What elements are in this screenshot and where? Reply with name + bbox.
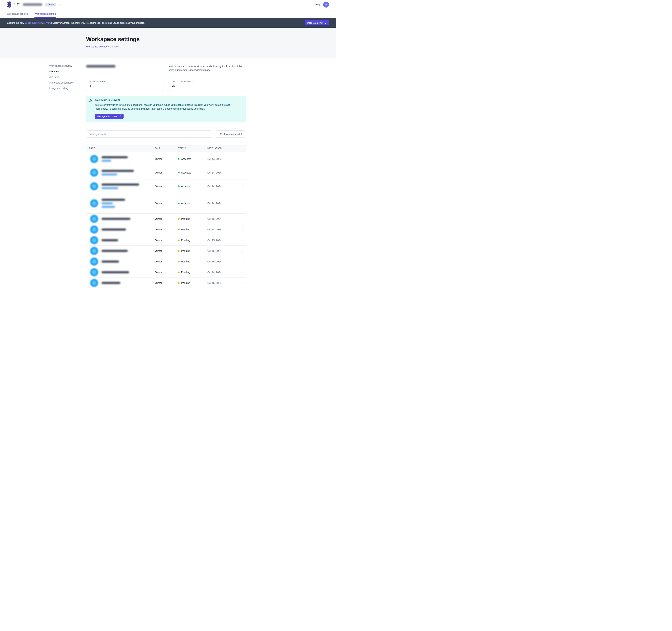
banner-link[interactable]: Usage & Billing Overview — [25, 22, 51, 24]
member-name-cell — [86, 155, 155, 163]
plan-badge[interactable]: Growth — [45, 3, 56, 6]
redacted-name-lines — [101, 218, 130, 220]
member-name-cell — [86, 247, 155, 255]
member-role: Owner — [155, 185, 178, 188]
redacted-name-lines — [101, 184, 139, 189]
member-date-added: Oct 15, 2024 — [207, 282, 241, 284]
avatar — [90, 247, 98, 255]
kebab-menu-icon[interactable]: ⋮ — [241, 216, 245, 221]
kebab-menu-icon[interactable]: ⋮ — [241, 156, 245, 162]
column-header-name: NAME — [86, 147, 155, 150]
status-label: Accepted — [181, 171, 191, 174]
member-status: Accepted — [178, 202, 207, 205]
redacted-member-link[interactable] — [101, 187, 118, 189]
redacted-email — [101, 218, 130, 220]
table-row: OwnerAcceptedOct 14, 2024⋮ — [86, 152, 246, 166]
avatar — [90, 258, 98, 265]
redacted-member-link[interactable] — [101, 173, 117, 176]
kebab-menu-icon[interactable]: ⋮ — [241, 280, 245, 285]
redacted-member-link[interactable] — [101, 206, 115, 208]
breadcrumb-link[interactable]: Workspace settings — [86, 45, 107, 48]
redacted-name-lines — [101, 271, 129, 273]
kebab-menu-icon[interactable]: ⋮ — [241, 270, 245, 275]
folder-icon — [17, 3, 20, 6]
usage-billing-button[interactable]: Usage & Billing — [305, 20, 329, 25]
avatar — [90, 199, 98, 207]
filter-input[interactable] — [86, 131, 212, 138]
banner-text: Explore the new Usage & Billing Overview… — [7, 22, 145, 24]
kebab-menu-icon[interactable]: ⋮ — [241, 184, 245, 189]
alert-body: You're currently using 12 out of 20 addi… — [95, 103, 237, 111]
member-name-cell — [86, 199, 155, 208]
status-dot-icon — [178, 261, 179, 262]
row-actions-cell: ⋮ — [241, 248, 246, 254]
usage-billing-banner: Explore the new Usage & Billing Overview… — [0, 18, 336, 28]
row-actions-cell: ⋮ — [241, 170, 246, 175]
table-row: OwnerAcceptedOct 14, 2024⋮ — [86, 166, 246, 180]
sidebar-item-api-keys[interactable]: API keys — [49, 75, 81, 79]
avatar — [90, 182, 98, 190]
redacted-member-link[interactable] — [101, 203, 113, 204]
member-date-added: Oct 14, 2024 — [207, 202, 241, 205]
member-status: Pending — [178, 228, 207, 231]
stat-card: Project members3 — [86, 77, 163, 91]
workspace-name-redacted[interactable] — [23, 3, 42, 6]
members-toolbar: Invite member(s) — [86, 131, 246, 138]
member-date-added: Oct 14, 2024 — [207, 171, 241, 174]
status-dot-icon — [178, 229, 179, 230]
member-name-cell — [86, 215, 155, 223]
member-role: Owner — [155, 158, 178, 160]
redacted-email — [101, 250, 128, 252]
table-row: OwnerAcceptedOct 14, 2024 — [86, 193, 246, 214]
status-dot-icon — [178, 203, 179, 204]
member-status: Pending — [178, 239, 207, 242]
member-date-added: Oct 14, 2024 — [207, 185, 241, 188]
kebab-menu-icon[interactable]: ⋮ — [241, 170, 245, 175]
redacted-name-lines — [101, 229, 126, 231]
status-dot-icon — [178, 172, 179, 173]
kebab-menu-icon[interactable]: ⋮ — [241, 248, 245, 254]
tab-workspace-projects[interactable]: Workspace projects — [7, 13, 28, 18]
avatar — [90, 226, 98, 234]
status-dot-icon — [178, 282, 179, 284]
member-status: Pending — [178, 217, 207, 220]
redacted-name-lines — [101, 282, 120, 284]
members-section-description: Invite members to your workspace and eff… — [169, 64, 246, 72]
kebab-menu-icon[interactable]: ⋮ — [241, 227, 245, 232]
sidebar-item-plans-and-subscription[interactable]: Plans and subscription — [49, 81, 81, 85]
kebab-menu-icon[interactable]: ⋮ — [241, 259, 245, 264]
redacted-email — [101, 184, 139, 186]
redacted-email — [101, 199, 125, 201]
member-role: Owner — [155, 239, 178, 242]
row-actions-cell: ⋮ — [241, 216, 246, 221]
tab-workspace-settings[interactable]: Workspace settings — [34, 13, 56, 18]
redacted-member-link[interactable] — [101, 160, 111, 162]
table-row: OwnerPendingOct 15, 2024⋮ — [86, 246, 246, 256]
chevron-down-icon[interactable] — [58, 4, 61, 5]
member-date-added: Oct 14, 2024 — [207, 271, 241, 274]
redacted-email — [101, 239, 118, 241]
app-logo-icon[interactable] — [7, 1, 11, 8]
table-row: OwnerPendingOct 15, 2024⋮ — [86, 256, 246, 267]
member-status: Accepted — [178, 171, 207, 174]
sidebar-item-members[interactable]: Members — [49, 70, 81, 73]
status-label: Pending — [181, 217, 190, 220]
settings-side-nav: Workspace overviewMembersAPI keysPlans a… — [49, 64, 81, 90]
row-actions-cell: ⋮ — [241, 238, 246, 243]
help-link[interactable]: Help — [315, 3, 320, 6]
status-dot-icon — [178, 185, 179, 187]
sidebar-item-usage-and-billing[interactable]: Usage and billing — [49, 87, 81, 90]
status-label: Pending — [181, 271, 190, 274]
table-row: OwnerPendingOct 14, 2024⋮ — [86, 267, 246, 278]
stat-card-value: 20 — [172, 84, 243, 87]
redacted-email — [101, 260, 119, 263]
status-dot-icon — [178, 218, 179, 220]
sidebar-item-workspace-overview[interactable]: Workspace overview — [49, 64, 81, 68]
manage-subscription-button[interactable]: Manage subscription — [95, 114, 124, 119]
user-avatar[interactable]: AB — [323, 2, 329, 7]
kebab-menu-icon[interactable]: ⋮ — [241, 238, 245, 243]
avatar — [90, 236, 98, 244]
invite-members-button[interactable]: Invite member(s) — [216, 131, 246, 138]
column-header-status: STATUS — [178, 147, 207, 150]
member-status: Pending — [178, 250, 207, 252]
